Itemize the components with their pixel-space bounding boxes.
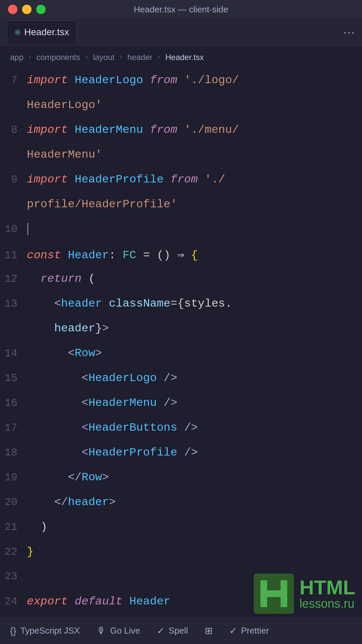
line-number: 19 bbox=[0, 467, 27, 488]
line-number: 12 bbox=[0, 268, 27, 290]
line-content bbox=[27, 218, 362, 240]
watermark-text: HTML lessons.ru bbox=[299, 578, 355, 610]
line-number: 13 bbox=[0, 293, 27, 315]
code-editor[interactable]: 7 import HeaderLogo from './logo/ Header… bbox=[0, 69, 362, 617]
line-content: <HeaderProfile /> bbox=[27, 441, 362, 464]
line-number: 21 bbox=[0, 516, 27, 538]
watermark-lessons-label: lessons.ru bbox=[299, 598, 355, 610]
breadcrumb-sep-2: › bbox=[84, 53, 89, 62]
code-line-10: 10 bbox=[0, 218, 362, 243]
breadcrumb-components[interactable]: components bbox=[36, 53, 80, 62]
spell-icon: ✓ bbox=[157, 625, 165, 636]
line-content: import HeaderMenu from './menu/ bbox=[27, 119, 362, 141]
line-number: 7 bbox=[0, 69, 27, 91]
code-line-14: 14 <Row> bbox=[0, 342, 362, 367]
line-number bbox=[0, 99, 27, 108]
line-content: HeaderLogo' bbox=[27, 94, 362, 116]
status-golive-label: Go Live bbox=[110, 626, 140, 636]
line-number: 17 bbox=[0, 417, 27, 439]
code-line-8: 8 import HeaderMenu from './menu/ bbox=[0, 119, 362, 144]
htmllessons-logo-icon bbox=[254, 574, 294, 614]
line-number: 24 bbox=[0, 591, 27, 612]
status-golive[interactable]: 🎙 Go Live bbox=[97, 625, 140, 636]
title-bar: Header.tsx — client-side bbox=[0, 0, 362, 19]
code-line-20: 20 </header> bbox=[0, 491, 362, 516]
line-content: </header> bbox=[27, 491, 362, 513]
line-number: 22 bbox=[0, 541, 27, 563]
breadcrumb-header[interactable]: header bbox=[127, 53, 153, 62]
code-line-9b: profile/HeaderProfile' bbox=[0, 193, 362, 218]
prettier-icon: ✓ bbox=[229, 625, 237, 636]
line-content: const Header: FC = () ⇒ { bbox=[27, 243, 362, 266]
line-content: </Row> bbox=[27, 466, 362, 488]
tab-header-tsx[interactable]: ⚛ Header.tsx bbox=[7, 20, 77, 44]
close-button[interactable] bbox=[8, 5, 17, 14]
line-content: <HeaderButtons /> bbox=[27, 417, 362, 439]
more-options-button[interactable]: ··· bbox=[343, 25, 355, 39]
line-content: <HeaderMenu /> bbox=[27, 392, 362, 414]
line-content: import HeaderProfile from './ bbox=[27, 168, 362, 191]
watermark-html-label: HTML bbox=[299, 578, 355, 598]
line-content: return ( bbox=[27, 268, 362, 290]
maximize-button[interactable] bbox=[36, 5, 46, 14]
line-content: HeaderMenu' bbox=[27, 144, 362, 166]
code-line-8b: HeaderMenu' bbox=[0, 144, 362, 168]
breadcrumb-filename: Header.tsx bbox=[165, 53, 204, 62]
line-number: 11 bbox=[0, 245, 27, 266]
code-line-11: 11 const Header: FC = () ⇒ { bbox=[0, 243, 362, 268]
golive-icon: 🎙 bbox=[97, 625, 106, 636]
line-number bbox=[0, 148, 27, 158]
line-content: header}> bbox=[27, 317, 362, 339]
line-number: 15 bbox=[0, 367, 27, 389]
status-grid[interactable]: ⊞ bbox=[205, 625, 213, 636]
minimize-button[interactable] bbox=[22, 5, 32, 14]
code-line-17: 17 <HeaderButtons /> bbox=[0, 417, 362, 441]
code-line-22: 22 } bbox=[0, 541, 362, 566]
window-controls[interactable] bbox=[8, 5, 46, 14]
line-content: import HeaderLogo from './logo/ bbox=[27, 69, 362, 91]
status-spell-label: Spell bbox=[169, 626, 188, 636]
status-prettier-label: Prettier bbox=[241, 626, 269, 636]
line-content: ) bbox=[27, 516, 362, 538]
line-number: 20 bbox=[0, 491, 27, 513]
line-number bbox=[0, 322, 27, 331]
line-content: profile/HeaderProfile' bbox=[27, 193, 362, 215]
code-line-7b: HeaderLogo' bbox=[0, 94, 362, 119]
line-number: 16 bbox=[0, 392, 27, 414]
line-number: 9 bbox=[0, 169, 27, 191]
watermark: HTML lessons.ru bbox=[254, 574, 355, 614]
line-number: 8 bbox=[0, 119, 27, 141]
status-prettier[interactable]: ✓ Prettier bbox=[229, 625, 269, 636]
code-line-9: 9 import HeaderProfile from './ bbox=[0, 168, 362, 193]
status-bar: {} TypeScript JSX 🎙 Go Live ✓ Spell ⊞ ✓ … bbox=[0, 617, 362, 644]
code-line-19: 19 </Row> bbox=[0, 466, 362, 491]
tab-bar: ⚛ Header.tsx ··· bbox=[0, 19, 362, 46]
line-number: 18 bbox=[0, 442, 27, 464]
breadcrumb-sep-1: › bbox=[27, 53, 32, 62]
line-number: 14 bbox=[0, 342, 27, 364]
grid-icon: ⊞ bbox=[205, 625, 213, 636]
line-number bbox=[0, 198, 27, 207]
line-number: 23 bbox=[0, 566, 27, 587]
breadcrumb: app › components › layout › header › Hea… bbox=[0, 46, 362, 69]
code-line-16: 16 <HeaderMenu /> bbox=[0, 392, 362, 417]
code-line-15: 15 <HeaderLogo /> bbox=[0, 367, 362, 392]
code-line-7: 7 import HeaderLogo from './logo/ bbox=[0, 69, 362, 94]
status-spell[interactable]: ✓ Spell bbox=[157, 625, 188, 636]
breadcrumb-layout[interactable]: layout bbox=[93, 53, 115, 62]
line-content: <HeaderLogo /> bbox=[27, 367, 362, 389]
breadcrumb-app[interactable]: app bbox=[10, 53, 23, 62]
code-line-13: 13 <header className={styles. bbox=[0, 292, 362, 317]
code-line-18: 18 <HeaderProfile /> bbox=[0, 441, 362, 466]
code-line-21: 21 ) bbox=[0, 516, 362, 541]
typescript-icon: {} bbox=[10, 626, 16, 636]
status-typescript[interactable]: {} TypeScript JSX bbox=[10, 626, 80, 636]
react-icon: ⚛ bbox=[14, 25, 21, 39]
status-typescript-label: TypeScript JSX bbox=[20, 626, 80, 636]
line-number: 10 bbox=[0, 218, 27, 240]
window-title: Header.tsx — client-side bbox=[134, 4, 228, 15]
line-content: <Row> bbox=[27, 342, 362, 364]
tab-label: Header.tsx bbox=[24, 27, 69, 38]
breadcrumb-sep-3: › bbox=[119, 53, 123, 62]
breadcrumb-sep-4: › bbox=[157, 53, 161, 62]
